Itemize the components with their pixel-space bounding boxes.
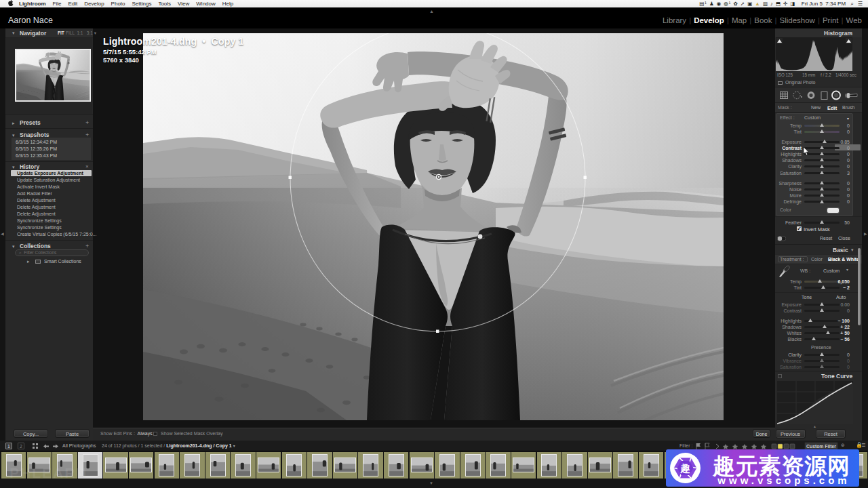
svg-text:趣: 趣	[679, 463, 690, 474]
